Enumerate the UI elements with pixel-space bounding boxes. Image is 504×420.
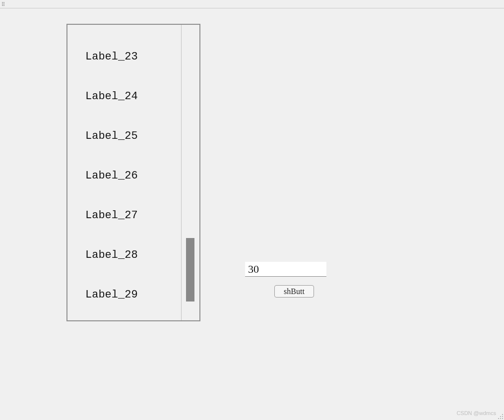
- list-item: Label_26: [67, 156, 181, 196]
- toolbar-grip-icon: [2, 2, 5, 7]
- scroll-viewport[interactable]: Label_22 Label_23 Label_24 Label_25 Labe…: [67, 25, 181, 320]
- window-toolbar: [0, 0, 504, 8]
- scroll-area: Label_22 Label_23 Label_24 Label_25 Labe…: [66, 24, 200, 321]
- list-item: Label_25: [67, 117, 181, 156]
- count-input[interactable]: [245, 262, 326, 277]
- scrollbar-thumb[interactable]: [186, 238, 194, 301]
- watermark-text: CSDN @wdmcs: [456, 410, 496, 416]
- sh-button[interactable]: shButt: [274, 285, 314, 298]
- list-item: Label_29: [67, 275, 181, 315]
- list-item: Label_27: [67, 196, 181, 236]
- resize-grip-icon[interactable]: [497, 413, 503, 419]
- list-item: Label_23: [67, 37, 181, 77]
- list-item: Label_28: [67, 236, 181, 275]
- list-item: Label_24: [67, 77, 181, 117]
- vertical-scrollbar[interactable]: [181, 25, 199, 320]
- list-item: Label_22: [67, 25, 181, 37]
